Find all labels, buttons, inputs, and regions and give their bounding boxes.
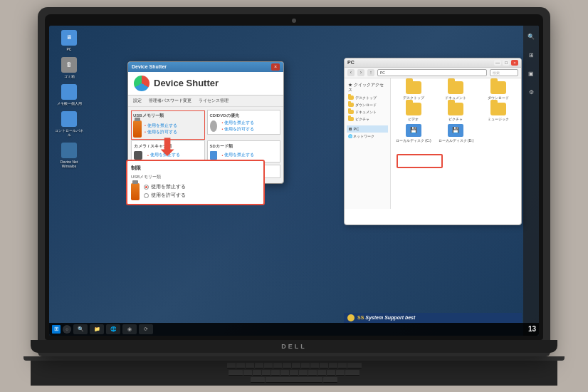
key[interactable]: [271, 370, 280, 376]
sidebar-downloads[interactable]: ダウンロード: [347, 101, 388, 108]
key-tab[interactable]: [229, 370, 243, 376]
folder-pictures[interactable]: ピクチャ: [436, 103, 476, 121]
dialog-menu-bar: 設定 管理者パスワード変更 ライセンス管理: [128, 96, 283, 107]
key-backspace[interactable]: [347, 363, 362, 368]
folder-local-d[interactable]: 💾 ローカルディスク (D:): [436, 124, 476, 143]
desktop-icon-control[interactable]: コントロールパネル: [53, 111, 85, 137]
nav-back-btn[interactable]: ‹: [347, 69, 355, 76]
sidebar-apps-btn[interactable]: ⊞: [525, 50, 537, 61]
key[interactable]: [338, 363, 347, 368]
folder-desktop[interactable]: デスクトップ: [394, 81, 434, 100]
key[interactable]: [301, 363, 310, 368]
key[interactable]: [255, 363, 263, 368]
key[interactable]: [253, 370, 261, 376]
key-caps[interactable]: [251, 377, 265, 383]
key[interactable]: [310, 363, 319, 368]
key[interactable]: [299, 370, 308, 376]
folder-documents[interactable]: ドキュメント: [436, 81, 476, 100]
red-arrow-icon: ⬇: [157, 136, 177, 159]
keyboard-row-2: [229, 370, 359, 376]
nav-forward-btn[interactable]: ›: [357, 69, 364, 76]
key[interactable]: [243, 370, 252, 376]
key[interactable]: [283, 363, 291, 368]
cd-allow-btn[interactable]: 使用を許可する: [222, 127, 255, 132]
sidebar-pc-header: 🖥 PC: [347, 125, 388, 133]
desktop-icon-pc[interactable]: 🖥 PC: [53, 30, 85, 51]
usb-allow-btn[interactable]: 使用を許可する: [145, 130, 177, 135]
sidebar-search-btn[interactable]: 🔍: [525, 31, 537, 43]
cd-disable-btn[interactable]: 使用を禁止する: [222, 120, 255, 125]
radio-allow-dot[interactable]: [144, 193, 149, 198]
drive-d-icon: 💾: [448, 124, 463, 137]
radio-allow-label: 使用を許可する: [151, 192, 186, 199]
dialog-header: Device Shutter: [128, 72, 283, 96]
folder-downloads[interactable]: ダウンロード: [478, 81, 518, 100]
key[interactable]: [317, 370, 326, 376]
taskbar: ⊞ ○ 🔍 📁 🌐: [49, 323, 539, 336]
key[interactable]: [308, 370, 317, 376]
key[interactable]: [246, 363, 254, 368]
desktop-icon-trash[interactable]: 🗑 ゴミ箱: [53, 57, 85, 78]
taskbar-icon-4[interactable]: ◉: [122, 324, 137, 334]
key[interactable]: [273, 363, 282, 368]
folder-local-d-label: ローカルディスク (D:): [439, 138, 474, 143]
desktop-icon-notepad[interactable]: メモ帳ー個人用: [53, 84, 85, 105]
sidebar-pc[interactable]: 🖥 PC: [347, 125, 388, 133]
key-enter[interactable]: [345, 370, 359, 376]
key-shift[interactable]: [323, 377, 337, 383]
drive-c-icon: 💾: [406, 124, 421, 137]
sidebar-documents[interactable]: ドキュメント: [347, 108, 388, 115]
key-space[interactable]: [266, 377, 322, 383]
key[interactable]: [292, 363, 300, 368]
folder-local-c[interactable]: 💾 ローカルディスク (C:): [394, 124, 434, 143]
explorer-minimize-btn[interactable]: —: [494, 60, 501, 66]
nav-up-btn[interactable]: ↑: [367, 69, 374, 76]
taskbar-icon-3[interactable]: 🌐: [106, 324, 120, 334]
radio-disable-dot[interactable]: [144, 185, 149, 190]
desktop-icons: 🖥 PC 🗑 ゴミ箱 メモ帳ー個人用: [53, 30, 85, 168]
sidebar-quick-access[interactable]: ★ クイックアクセス: [347, 81, 388, 94]
sidebar-desktop[interactable]: デスクトップ: [347, 94, 388, 101]
explorer-close-btn[interactable]: ×: [511, 60, 518, 66]
screen-bezel: 🖥 PC 🗑 ゴミ箱 メモ帳ー個人用: [45, 14, 543, 340]
folder-music[interactable]: ミュージック: [478, 103, 518, 121]
key[interactable]: [280, 370, 289, 376]
explorer-main-pane: デスクトップ ドキュメント ダウンロード: [391, 78, 521, 209]
search-bar[interactable]: 検索: [490, 69, 518, 76]
key[interactable]: [290, 370, 298, 376]
address-bar[interactable]: PC: [377, 69, 487, 76]
key[interactable]: [327, 370, 335, 376]
key[interactable]: [329, 363, 337, 368]
sd-control-box: SDカード類 使用を禁止する: [207, 140, 281, 163]
sidebar-network[interactable]: 🌐 ネットワーク: [347, 133, 388, 140]
sidebar-pictures[interactable]: ピクチャ: [347, 115, 388, 123]
scene: 🖥 PC 🗑 ゴミ箱 メモ帳ー個人用: [0, 0, 588, 392]
key[interactable]: [227, 363, 236, 368]
sd-disable-btn[interactable]: 使用を禁止する: [222, 153, 255, 158]
taskbar-icon-1[interactable]: 🔍: [73, 324, 88, 334]
key[interactable]: [236, 363, 245, 368]
sidebar-settings-btn[interactable]: ⚙: [525, 87, 537, 98]
app-name: Device Shutter: [154, 78, 219, 88]
taskbar-cortana[interactable]: ○: [63, 325, 71, 334]
key[interactable]: [336, 370, 345, 376]
explorer-maximize-btn[interactable]: □: [503, 60, 510, 66]
desktop-icon-device[interactable]: Device Net Winsalos: [53, 143, 85, 168]
cd-row: 使用を禁止する 使用を許可する: [210, 120, 278, 132]
sidebar-start-btn[interactable]: ▣: [525, 68, 537, 80]
key[interactable]: [320, 363, 328, 368]
menu-item-license[interactable]: ライセンス管理: [197, 97, 230, 105]
radio-allow[interactable]: 使用を許可する: [144, 192, 186, 199]
taskbar-icon-5[interactable]: ⟳: [139, 324, 153, 334]
taskbar-icon-2[interactable]: 📁: [90, 324, 104, 334]
folder-videos[interactable]: ビデオ: [394, 103, 434, 121]
dialog-close-button[interactable]: ×: [271, 63, 280, 71]
menu-item-settings[interactable]: 設定: [132, 97, 143, 105]
key[interactable]: [262, 370, 271, 376]
menu-item-password[interactable]: 管理者パスワード変更: [147, 97, 193, 105]
start-button[interactable]: ⊞: [52, 325, 61, 334]
restriction-usb-icon: [131, 183, 140, 200]
key[interactable]: [264, 363, 273, 368]
radio-disable[interactable]: 使用を禁止する: [144, 184, 186, 190]
usb-disable-btn[interactable]: 使用を禁止する: [145, 123, 177, 128]
